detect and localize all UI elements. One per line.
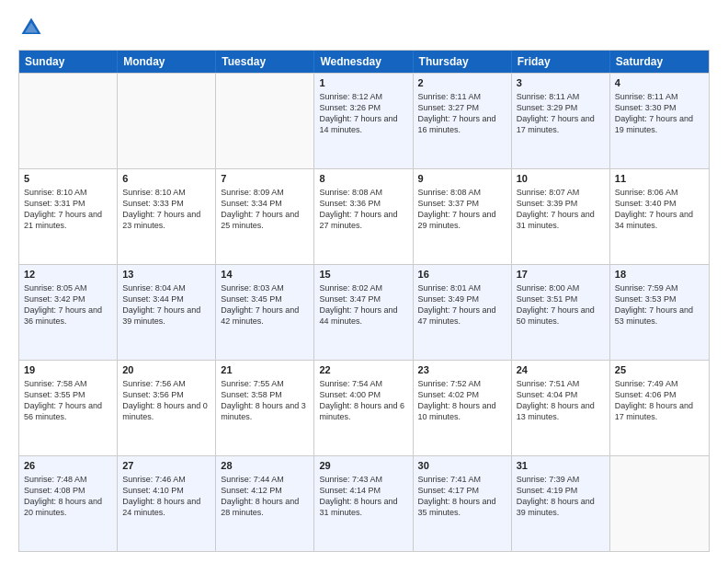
cell-info: Sunrise: 7:44 AM Sunset: 4:12 PM Dayligh…: [221, 474, 309, 519]
cal-cell-day-4: 4Sunrise: 8:11 AM Sunset: 3:30 PM Daylig…: [610, 74, 709, 168]
cal-cell-day-27: 27Sunrise: 7:46 AM Sunset: 4:10 PM Dayli…: [118, 456, 216, 551]
cal-cell-day-2: 2Sunrise: 8:11 AM Sunset: 3:27 PM Daylig…: [414, 74, 512, 168]
cal-cell-day-10: 10Sunrise: 8:07 AM Sunset: 3:39 PM Dayli…: [512, 169, 610, 264]
cal-cell-day-29: 29Sunrise: 7:43 AM Sunset: 4:14 PM Dayli…: [314, 456, 413, 551]
day-number: 21: [221, 364, 309, 375]
day-number: 31: [517, 460, 605, 471]
day-number: 22: [319, 364, 407, 375]
day-number: 26: [24, 460, 112, 471]
cal-cell-day-22: 22Sunrise: 7:54 AM Sunset: 4:00 PM Dayli…: [314, 361, 413, 455]
logo: [18, 15, 48, 40]
page: SundayMondayTuesdayWednesdayThursdayFrid…: [0, 0, 728, 563]
cell-info: Sunrise: 8:12 AM Sunset: 3:26 PM Dayligh…: [319, 91, 407, 136]
cell-info: Sunrise: 7:49 AM Sunset: 4:06 PM Dayligh…: [615, 378, 704, 423]
cal-header-sunday: Sunday: [19, 51, 118, 73]
cal-cell-day-1: 1Sunrise: 8:12 AM Sunset: 3:26 PM Daylig…: [314, 74, 413, 168]
day-number: 11: [615, 173, 704, 184]
cal-cell-day-18: 18Sunrise: 7:59 AM Sunset: 3:53 PM Dayli…: [610, 265, 709, 360]
day-number: 7: [221, 173, 309, 184]
calendar: SundayMondayTuesdayWednesdayThursdayFrid…: [18, 50, 710, 552]
cell-info: Sunrise: 8:04 AM Sunset: 3:44 PM Dayligh…: [122, 282, 210, 327]
day-number: 3: [517, 77, 605, 88]
cal-cell-day-12: 12Sunrise: 8:05 AM Sunset: 3:42 PM Dayli…: [19, 265, 118, 360]
cell-info: Sunrise: 7:46 AM Sunset: 4:10 PM Dayligh…: [122, 474, 210, 519]
day-number: 20: [122, 364, 210, 375]
cal-header-thursday: Thursday: [414, 51, 512, 73]
cell-info: Sunrise: 8:09 AM Sunset: 3:34 PM Dayligh…: [221, 187, 309, 232]
cell-info: Sunrise: 7:51 AM Sunset: 4:04 PM Dayligh…: [517, 378, 605, 423]
cal-cell-day-28: 28Sunrise: 7:44 AM Sunset: 4:12 PM Dayli…: [216, 456, 314, 551]
day-number: 25: [615, 364, 704, 375]
day-number: 23: [418, 364, 506, 375]
cell-info: Sunrise: 8:06 AM Sunset: 3:40 PM Dayligh…: [615, 187, 704, 232]
day-number: 14: [221, 269, 309, 280]
cell-info: Sunrise: 7:58 AM Sunset: 3:55 PM Dayligh…: [24, 378, 112, 423]
cell-info: Sunrise: 8:02 AM Sunset: 3:47 PM Dayligh…: [319, 282, 407, 327]
day-number: 2: [418, 77, 506, 88]
calendar-body: 1Sunrise: 8:12 AM Sunset: 3:26 PM Daylig…: [19, 73, 709, 551]
cal-cell-day-3: 3Sunrise: 8:11 AM Sunset: 3:29 PM Daylig…: [512, 74, 610, 168]
cell-info: Sunrise: 7:48 AM Sunset: 4:08 PM Dayligh…: [24, 474, 112, 519]
day-number: 9: [418, 173, 506, 184]
day-number: 16: [418, 269, 506, 280]
cal-week-0: 1Sunrise: 8:12 AM Sunset: 3:26 PM Daylig…: [19, 73, 709, 168]
cell-info: Sunrise: 7:52 AM Sunset: 4:02 PM Dayligh…: [418, 378, 506, 423]
day-number: 18: [615, 269, 704, 280]
day-number: 24: [517, 364, 605, 375]
day-number: 12: [24, 269, 112, 280]
cal-cell-day-30: 30Sunrise: 7:41 AM Sunset: 4:17 PM Dayli…: [414, 456, 512, 551]
cell-info: Sunrise: 8:03 AM Sunset: 3:45 PM Dayligh…: [221, 282, 309, 327]
cal-week-3: 19Sunrise: 7:58 AM Sunset: 3:55 PM Dayli…: [19, 360, 709, 455]
cell-info: Sunrise: 8:08 AM Sunset: 3:37 PM Dayligh…: [418, 187, 506, 232]
cal-cell-day-23: 23Sunrise: 7:52 AM Sunset: 4:02 PM Dayli…: [414, 361, 512, 455]
cal-header-friday: Friday: [512, 51, 610, 73]
day-number: 1: [319, 77, 407, 88]
cell-info: Sunrise: 7:59 AM Sunset: 3:53 PM Dayligh…: [615, 282, 704, 327]
cell-info: Sunrise: 8:07 AM Sunset: 3:39 PM Dayligh…: [517, 187, 605, 232]
cal-cell-day-31: 31Sunrise: 7:39 AM Sunset: 4:19 PM Dayli…: [512, 456, 610, 551]
cal-header-tuesday: Tuesday: [216, 51, 314, 73]
day-number: 15: [319, 269, 407, 280]
calendar-header-row: SundayMondayTuesdayWednesdayThursdayFrid…: [19, 51, 709, 73]
cal-cell-day-24: 24Sunrise: 7:51 AM Sunset: 4:04 PM Dayli…: [512, 361, 610, 455]
cal-cell-day-14: 14Sunrise: 8:03 AM Sunset: 3:45 PM Dayli…: [216, 265, 314, 360]
cal-cell-day-15: 15Sunrise: 8:02 AM Sunset: 3:47 PM Dayli…: [314, 265, 413, 360]
cal-cell-day-16: 16Sunrise: 8:01 AM Sunset: 3:49 PM Dayli…: [414, 265, 512, 360]
cal-cell-day-21: 21Sunrise: 7:55 AM Sunset: 3:58 PM Dayli…: [216, 361, 314, 455]
day-number: 13: [122, 269, 210, 280]
cal-cell-day-25: 25Sunrise: 7:49 AM Sunset: 4:06 PM Dayli…: [610, 361, 709, 455]
day-number: 17: [517, 269, 605, 280]
logo-icon: [18, 15, 44, 40]
day-number: 28: [221, 460, 309, 471]
day-number: 27: [122, 460, 210, 471]
cell-info: Sunrise: 8:00 AM Sunset: 3:51 PM Dayligh…: [517, 282, 605, 327]
cal-header-saturday: Saturday: [610, 51, 709, 73]
cell-info: Sunrise: 7:39 AM Sunset: 4:19 PM Dayligh…: [517, 474, 605, 519]
day-number: 10: [517, 173, 605, 184]
cell-info: Sunrise: 7:54 AM Sunset: 4:00 PM Dayligh…: [319, 378, 407, 423]
cell-info: Sunrise: 8:11 AM Sunset: 3:30 PM Dayligh…: [615, 91, 704, 136]
cell-info: Sunrise: 7:41 AM Sunset: 4:17 PM Dayligh…: [418, 474, 506, 519]
cell-info: Sunrise: 8:05 AM Sunset: 3:42 PM Dayligh…: [24, 282, 112, 327]
cal-cell-day-17: 17Sunrise: 8:00 AM Sunset: 3:51 PM Dayli…: [512, 265, 610, 360]
cal-cell-empty: [19, 74, 118, 168]
cal-cell-empty: [118, 74, 216, 168]
cal-week-1: 5Sunrise: 8:10 AM Sunset: 3:31 PM Daylig…: [19, 168, 709, 264]
day-number: 30: [418, 460, 506, 471]
cell-info: Sunrise: 7:55 AM Sunset: 3:58 PM Dayligh…: [221, 378, 309, 423]
day-number: 29: [319, 460, 407, 471]
cell-info: Sunrise: 8:10 AM Sunset: 3:31 PM Dayligh…: [24, 187, 112, 232]
day-number: 8: [319, 173, 407, 184]
cell-info: Sunrise: 8:10 AM Sunset: 3:33 PM Dayligh…: [122, 187, 210, 232]
header: [18, 15, 710, 40]
cell-info: Sunrise: 8:01 AM Sunset: 3:49 PM Dayligh…: [418, 282, 506, 327]
cell-info: Sunrise: 8:11 AM Sunset: 3:29 PM Dayligh…: [517, 91, 605, 136]
day-number: 4: [615, 77, 704, 88]
day-number: 6: [122, 173, 210, 184]
cell-info: Sunrise: 7:43 AM Sunset: 4:14 PM Dayligh…: [319, 474, 407, 519]
day-number: 19: [24, 364, 112, 375]
cal-cell-empty: [610, 456, 709, 551]
cal-week-2: 12Sunrise: 8:05 AM Sunset: 3:42 PM Dayli…: [19, 264, 709, 360]
cal-cell-day-8: 8Sunrise: 8:08 AM Sunset: 3:36 PM Daylig…: [314, 169, 413, 264]
cal-cell-day-7: 7Sunrise: 8:09 AM Sunset: 3:34 PM Daylig…: [216, 169, 314, 264]
